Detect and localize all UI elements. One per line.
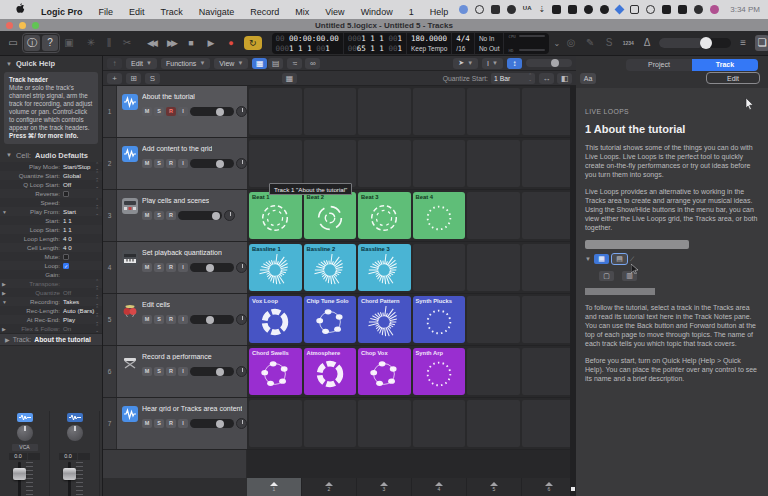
live-loop-cell[interactable]: Chop Vox [358,348,411,395]
empty-cell-slot[interactable] [249,400,302,447]
empty-cell-slot[interactable] [413,140,466,187]
quick-help-header[interactable]: ▼ Quick Help [0,56,102,71]
track-header[interactable]: Add content to the gridMSRI [117,138,247,189]
record-enable-button[interactable]: R [166,367,176,376]
info-circle-icon[interactable] [475,5,484,14]
inspector-row-celllength[interactable]: Cell Length:4 0 [0,243,102,252]
input-monitor-button[interactable]: I [178,107,188,116]
menu-edit[interactable]: Edit▼ [126,58,157,69]
solo-button[interactable]: S [154,107,164,116]
checkbox[interactable] [63,191,69,197]
solo-button[interactable]: S [154,315,164,324]
lcd-field-0[interactable]: 00 00:00:00.000001 1 1 001 [272,33,344,54]
record-circle-icon[interactable] [584,5,593,14]
solo-button[interactable]: S [154,159,164,168]
solo-button[interactable]: S [154,211,164,220]
inspector-row-playfrom[interactable]: ▼Play From:Start⌃⌄ [0,207,102,216]
quantize-start-select[interactable]: 1 Bar ⌃⌄ [491,73,535,84]
pan-knob[interactable] [224,210,235,221]
live-loop-cell[interactable]: Bassline 2 [304,244,357,291]
track-header[interactable]: Set playback quantizationMSRI [117,242,247,293]
menu-help[interactable]: Help [422,7,457,17]
live-loop-cell[interactable]: Beat 3 [358,192,411,239]
volume-slider[interactable] [190,367,234,376]
volume-slider[interactable] [190,419,234,428]
empty-cell-slot[interactable] [358,140,411,187]
airplay-icon[interactable] [615,5,625,15]
stepper-icon[interactable]: ⌃⌄ [95,316,99,324]
empty-cell-slot[interactable] [413,400,466,447]
record-enable-button[interactable]: R [166,315,176,324]
mixer-icon[interactable]: ⫼ [102,35,116,51]
ua-icon[interactable]: UA [523,5,532,14]
mute-button[interactable]: M [142,419,152,428]
clock-icon[interactable] [646,5,655,14]
scene-trigger-3[interactable]: 3 [357,478,411,496]
record-enable-button[interactable]: R [166,263,176,272]
live-loop-cell[interactable]: Chip Tune Solo [304,296,357,343]
inspector-row-recording[interactable]: ▼Recording:Takes⌃⌄ [0,297,102,306]
solo-button[interactable]: S [154,367,164,376]
record-button[interactable]: ● [224,35,238,51]
automation-icon[interactable]: ≈ [287,58,302,69]
cell-inspector-header[interactable]: ▼ Cell: Audio Defaults [0,148,102,162]
track-inspector-header[interactable]: ▶ Track: About the tutorial [0,333,102,346]
inspector-row-looplength[interactable]: Loop Length:4 0 [0,234,102,243]
play-button[interactable]: ▶ [204,35,218,51]
inspector-row-loop[interactable]: Loop:✓ [0,261,102,270]
inspector-row-rec-length[interactable]: Rec-Length:Auto (Bars)⌃⌄ [0,306,102,315]
stepper-icon[interactable]: ⌃⌄ [95,208,99,216]
forward-button[interactable]: ▶▶ [164,35,178,51]
pan-knob[interactable] [236,262,247,273]
mute-button[interactable]: M [142,263,152,272]
grid-mode-icon[interactable]: ▦ [282,73,297,84]
lcd-field-2[interactable]: 180.0000Keep Tempo [407,33,452,54]
scene-trigger-4[interactable]: 4 [412,478,466,496]
inspector-row-atrec-end[interactable]: At Rec-End:Play⌃⌄ [0,315,102,324]
cycle-button[interactable]: ↻ [244,36,262,50]
input-monitor-button[interactable]: I [178,263,188,272]
empty-cell-slot[interactable] [522,192,575,239]
inspector-row-loopstart[interactable]: Loop Start:1 1 [0,225,102,234]
scissors-icon[interactable]: ✂ [120,35,134,51]
dropbox-icon[interactable] [491,5,500,14]
volume-value[interactable]: 0.0 [9,453,27,460]
volume-slider[interactable] [178,211,222,220]
catch-playhead-icon[interactable]: ∞ [305,58,320,69]
empty-cell-slot[interactable] [249,88,302,135]
solo-button[interactable]: S [154,419,164,428]
pencil-icon[interactable]: ✎ [583,35,597,51]
menu-window[interactable]: Window [353,7,401,17]
pointer-tool[interactable]: ➤▼ [453,58,478,69]
menu-track[interactable]: Track [153,7,191,17]
menu-view[interactable]: View [317,7,352,17]
scene-trigger-5[interactable]: 5 [467,478,521,496]
empty-cell-slot[interactable] [304,400,357,447]
fader-handle[interactable] [63,468,76,480]
checkbox[interactable]: ✓ [63,263,69,269]
empty-cell-slot[interactable] [467,244,520,291]
inspector-row-mute[interactable]: Mute: [0,252,102,261]
zoom-slider[interactable] [526,59,572,67]
empty-cell-slot[interactable] [358,88,411,135]
show-tracks-button[interactable]: ▤ [268,58,283,69]
inspector-row-reverse[interactable]: Reverse: [0,189,102,198]
empty-cell-slot[interactable] [413,244,466,291]
mute-button[interactable]: M [142,159,152,168]
pan-knob[interactable] [236,314,247,325]
volume-slider[interactable] [190,263,234,272]
menu-record[interactable]: Record [242,7,287,17]
settings-icon[interactable]: ✳ [84,35,98,51]
track-header[interactable]: About the tutorialMSRI [117,86,247,137]
volume-slider[interactable] [190,315,234,324]
menu-view[interactable]: View▼ [214,58,248,69]
track-header[interactable]: Edit cellsMSRI [117,294,247,345]
master-volume-slider[interactable] [659,38,731,48]
inspector-row-gain[interactable]: Gain: [0,270,102,279]
inspector-row-flexfollow[interactable]: ▶Flex & Follow:On⌃⌄ [0,324,102,333]
pan-knob[interactable] [236,106,247,117]
lcd-field-1[interactable]: 0001 1 1 0010065 1 1 001 [344,33,407,54]
record-enable-button[interactable]: R [166,419,176,428]
stop-all-cells-button[interactable] [571,487,575,491]
text-tool[interactable]: I▼ [482,58,503,69]
